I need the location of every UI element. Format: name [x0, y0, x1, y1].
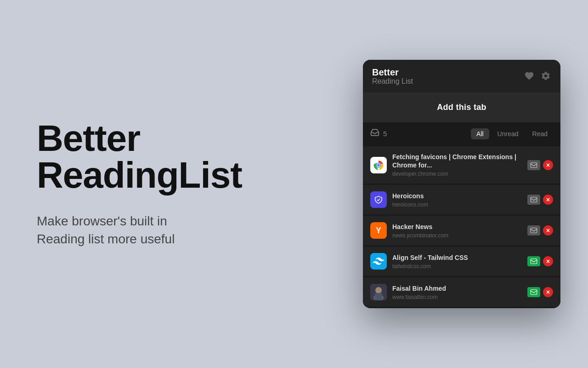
popup-header: Better Reading List — [363, 60, 560, 93]
mail-toggle-hackernews[interactable] — [527, 225, 540, 236]
item-url-hackernews: news.ycombinator.com — [392, 232, 522, 239]
remove-button-tailwind[interactable]: × — [543, 256, 553, 266]
item-actions-faisal: × — [527, 287, 553, 297]
remove-button-heroicons[interactable]: × — [543, 195, 553, 205]
item-url-faisal: www.faisalbin.com — [392, 294, 522, 300]
mail-toggle-tailwind[interactable] — [527, 256, 540, 266]
svg-point-11 — [376, 288, 381, 293]
remove-button-faisal[interactable]: × — [543, 287, 553, 297]
favicon-faisal — [370, 284, 387, 300]
svg-rect-5 — [531, 197, 537, 202]
left-content: Better ReadingList Make browser's built … — [37, 120, 363, 248]
gear-icon[interactable] — [540, 70, 551, 81]
svg-rect-7 — [531, 259, 537, 264]
filter-left: 5 — [370, 128, 387, 139]
reading-item-heroicons[interactable]: Heroicons heroicons.com × — [363, 185, 560, 214]
reading-list: Fetching favicons | Chrome Extensions | … — [363, 146, 560, 307]
filter-tab-read[interactable]: Read — [527, 128, 553, 139]
mail-toggle-faisal[interactable] — [527, 287, 540, 297]
left-title-readinglist: ReadingList — [37, 157, 345, 194]
filter-tab-all[interactable]: All — [471, 128, 489, 139]
remove-button-chrome[interactable]: × — [543, 160, 553, 170]
favicon-heroicons — [370, 191, 387, 208]
popup-header-reading-list: Reading List — [372, 77, 413, 86]
item-title-tailwind: Align Self - Tailwind CSS — [392, 253, 522, 262]
item-actions-chrome: × — [527, 160, 553, 170]
mail-toggle-heroicons[interactable] — [527, 195, 540, 205]
inbox-icon — [370, 128, 379, 139]
item-content-faisal: Faisal Bin Ahmed www.faisalbin.com — [392, 284, 522, 300]
reading-item-faisal[interactable]: Faisal Bin Ahmed www.faisalbin.com × — [363, 277, 560, 307]
filter-count: 5 — [383, 130, 387, 138]
reading-item-chrome[interactable]: Fetching favicons | Chrome Extensions | … — [363, 146, 560, 184]
add-tab-button[interactable]: Add this tab — [363, 92, 560, 122]
item-content-hackernews: Hacker News news.ycombinator.com — [392, 223, 522, 239]
popup-header-better: Better — [372, 67, 413, 77]
left-title-better: Better — [37, 120, 345, 157]
item-title-hackernews: Hacker News — [392, 223, 522, 231]
favicon-hackernews: Y — [370, 222, 387, 239]
favicon-tailwind — [370, 253, 387, 270]
svg-rect-12 — [375, 293, 382, 300]
popup-header-icons — [524, 70, 551, 81]
item-url-heroicons: heroicons.com — [392, 201, 522, 208]
mail-toggle-chrome[interactable] — [527, 160, 540, 170]
item-content-tailwind: Align Self - Tailwind CSS tailwindcss.co… — [392, 253, 522, 270]
item-actions-tailwind: × — [527, 256, 553, 266]
svg-rect-4 — [531, 163, 537, 168]
item-title-faisal: Faisal Bin Ahmed — [392, 284, 522, 293]
svg-rect-13 — [531, 290, 537, 295]
svg-rect-6 — [531, 228, 537, 233]
item-title-chrome: Fetching favicons | Chrome Extensions | … — [392, 153, 522, 169]
item-url-tailwind: tailwindcss.com — [392, 263, 522, 270]
item-title-heroicons: Heroicons — [392, 192, 522, 200]
left-subtitle: Make browser's built inReading list more… — [37, 212, 345, 248]
filter-tabs: All Unread Read — [471, 128, 553, 139]
item-actions-heroicons: × — [527, 195, 553, 205]
heart-icon[interactable] — [524, 70, 535, 81]
extension-popup: Better Reading List Add this tab — [363, 60, 560, 309]
page-wrapper: Better ReadingList Make browser's built … — [0, 0, 588, 368]
popup-header-title: Better Reading List — [372, 67, 413, 86]
item-url-chrome: developer.chrome.com — [392, 171, 522, 177]
remove-button-hackernews[interactable]: × — [543, 225, 553, 236]
item-actions-hackernews: × — [527, 225, 553, 236]
filter-tab-unread[interactable]: Unread — [492, 128, 524, 139]
reading-item-hackernews[interactable]: Y Hacker News news.ycombinator.com × — [363, 216, 560, 245]
favicon-chrome — [370, 157, 387, 173]
filter-bar: 5 All Unread Read — [363, 122, 560, 145]
svg-point-3 — [377, 164, 380, 167]
reading-item-tailwind[interactable]: Align Self - Tailwind CSS tailwindcss.co… — [363, 247, 560, 276]
item-content-heroicons: Heroicons heroicons.com — [392, 192, 522, 208]
item-content-chrome: Fetching favicons | Chrome Extensions | … — [392, 153, 522, 177]
